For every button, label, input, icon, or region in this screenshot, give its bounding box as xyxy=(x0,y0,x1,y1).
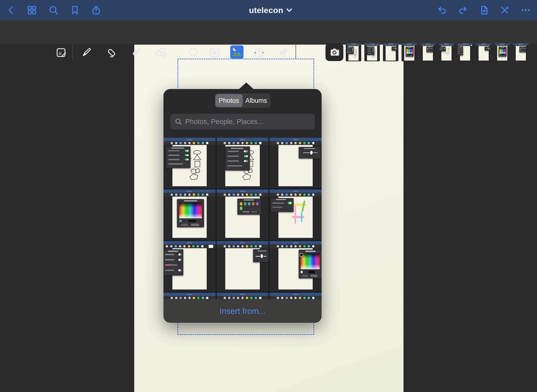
nav-bar: utelecon xyxy=(0,0,537,20)
photos-search-bar xyxy=(170,114,315,130)
thumbnails-grid-icon[interactable] xyxy=(27,5,37,15)
pen-cross-icon[interactable] xyxy=(499,5,510,15)
toolbar-divider xyxy=(72,45,73,59)
page-thumbnail[interactable]: utelecon xyxy=(383,43,398,61)
camera-button[interactable] xyxy=(325,43,343,61)
search-icon xyxy=(175,118,182,125)
photo-thumbnail[interactable]: utelecon xyxy=(217,138,269,188)
insert-from-button[interactable]: Insert from... xyxy=(163,299,322,323)
document-title[interactable]: utelecon xyxy=(249,0,292,20)
page-thumbnail[interactable]: utelecon xyxy=(439,43,454,61)
tab-photos[interactable]: Photos xyxy=(215,94,243,107)
tab-photos-label: Photos xyxy=(219,97,239,104)
photo-grid: uteleconuteleconuteleconuteleconutelecon… xyxy=(163,138,322,299)
text-tool-icon[interactable] xyxy=(253,46,265,59)
photo-thumbnail[interactable]: utelecon xyxy=(269,241,322,292)
highlighter-tool-icon[interactable] xyxy=(130,46,142,59)
more-ellipsis-icon[interactable] xyxy=(520,5,531,15)
photo-thumbnail[interactable]: utelecon xyxy=(163,138,216,188)
add-page-icon[interactable] xyxy=(479,5,489,15)
toolbar-divider xyxy=(296,45,296,59)
chevron-down-icon xyxy=(287,8,292,12)
page-thumbnail[interactable]: utelecon xyxy=(364,43,380,61)
photos-albums-segmented-control: Photos Albums xyxy=(215,93,271,108)
bookmark-icon[interactable] xyxy=(70,5,80,15)
tools-bar: a xyxy=(0,20,537,44)
eraser-tool-icon[interactable] xyxy=(105,46,118,59)
convert-handwriting-tool-icon[interactable]: a xyxy=(55,46,68,59)
sticker-tool-icon[interactable] xyxy=(209,46,221,59)
photo-thumbnail[interactable]: utelecon xyxy=(217,189,269,240)
page-thumbnail[interactable]: utelecon xyxy=(402,43,417,61)
pen-tool-icon[interactable] xyxy=(80,46,92,59)
page-thumbnail[interactable]: utelecon xyxy=(346,43,361,61)
page-thumbnail[interactable]: utelecon xyxy=(513,43,529,61)
photo-thumbnail-partial[interactable]: utelecon xyxy=(163,293,216,299)
photo-thumbnail[interactable]: utelecon xyxy=(269,138,322,188)
laser-pointer-tool-icon[interactable] xyxy=(276,46,288,59)
page-thumbnail[interactable]: utelecon xyxy=(420,43,436,61)
tab-albums[interactable]: Albums xyxy=(243,94,270,107)
photo-thumbnail[interactable]: utelecon xyxy=(217,241,269,292)
tab-albums-label: Albums xyxy=(245,97,267,104)
photo-thumbnail[interactable]: utelecon xyxy=(163,189,216,240)
page-thumbnail[interactable]: utelecon xyxy=(457,43,473,61)
lasso-tool-icon[interactable] xyxy=(187,46,200,59)
photo-thumbnail-partial[interactable]: utelecon xyxy=(269,293,322,299)
page-title: utelecon xyxy=(249,6,283,15)
photos-popover: Photos Albums uteleconuteleconuteleconut… xyxy=(163,89,322,323)
page-thumbnail[interactable]: utelecon xyxy=(476,43,491,61)
photo-thumbnail[interactable]: utelecon xyxy=(163,241,216,292)
shapes-tool-icon[interactable] xyxy=(154,46,167,59)
photo-thumbnail[interactable]: utelecon xyxy=(269,189,322,240)
search-icon[interactable] xyxy=(48,5,59,15)
redo-icon[interactable] xyxy=(458,5,468,15)
page-thumbnail[interactable]: utelecon xyxy=(495,43,510,61)
undo-icon[interactable] xyxy=(437,5,447,15)
svg-text:a: a xyxy=(59,50,61,56)
photos-search-input[interactable] xyxy=(185,118,311,126)
photo-thumbnail-partial[interactable]: utelecon xyxy=(217,293,269,299)
back-icon[interactable] xyxy=(6,5,16,15)
share-icon[interactable] xyxy=(91,5,101,15)
insert-from-label: Insert from... xyxy=(219,306,266,316)
image-tool-icon[interactable] xyxy=(230,45,244,59)
recent-photos-strip: uteleconuteleconuteleconuteleconutelecon… xyxy=(346,43,537,61)
